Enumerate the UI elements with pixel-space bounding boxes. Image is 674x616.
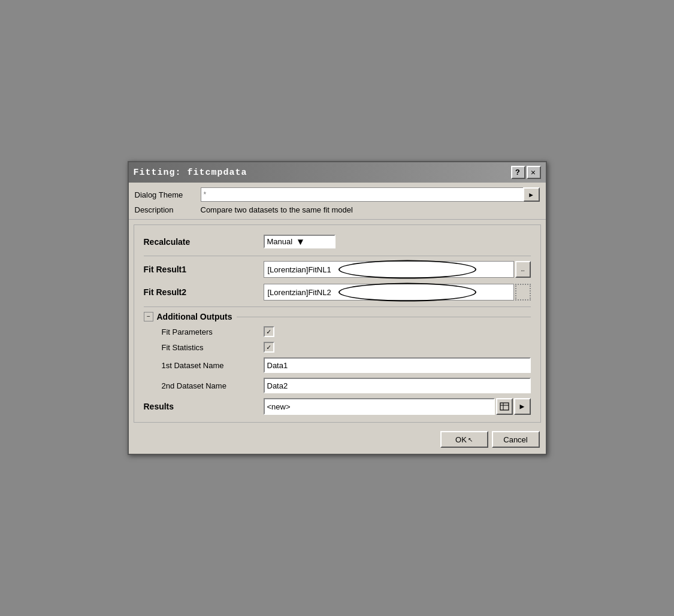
recalculate-dropdown-icon: ⯆	[297, 238, 304, 245]
fit-statistics-checkbox[interactable]: ✓	[264, 342, 274, 353]
recalculate-select[interactable]: Manual ⯆	[264, 235, 336, 248]
fit-result2-input[interactable]	[264, 284, 514, 301]
dataset2-input[interactable]	[264, 378, 531, 393]
description-row: Description Compare two datasets to the …	[135, 205, 540, 214]
close-button[interactable]: ✕	[527, 166, 541, 179]
help-button[interactable]: ?	[511, 166, 525, 179]
collapse-button[interactable]: −	[144, 312, 153, 321]
fit-result1-label: Fit Result1	[144, 265, 264, 274]
dataset2-label: 2nd Dataset Name	[162, 381, 264, 390]
fit-parameters-label: Fit Parameters	[162, 327, 264, 336]
cursor-indicator: ↖	[468, 436, 473, 443]
dialog-window: Fitting: fitcmpdata ? ✕ Dialog Theme ▶ D…	[128, 161, 547, 455]
ok-button[interactable]: OK ↖	[440, 431, 488, 448]
fit-statistics-row: Fit Statistics ✓	[144, 342, 531, 353]
fit-parameters-check: ✓	[267, 327, 271, 336]
dataset1-row: 1st Dataset Name	[144, 357, 531, 373]
dialog-theme-row: Dialog Theme ▶	[135, 187, 540, 202]
dialog-theme-arrow-button[interactable]: ▶	[523, 187, 540, 202]
fit-result1-input[interactable]	[264, 261, 514, 278]
additional-outputs-label: Additional Outputs	[157, 312, 232, 321]
results-arrow-button[interactable]: ▶	[514, 398, 531, 415]
description-text: Compare two datasets to the same fit mod…	[201, 205, 353, 214]
header-area: Dialog Theme ▶ Description Compare two d…	[129, 183, 546, 220]
dataset1-label: 1st Dataset Name	[162, 361, 264, 370]
results-browse-button[interactable]	[496, 398, 513, 415]
title-bar-buttons: ? ✕	[511, 166, 541, 179]
fit-statistics-check: ✓	[267, 343, 271, 352]
fit-result2-label: Fit Result2	[144, 287, 264, 297]
fit-result2-wrapper	[264, 284, 514, 301]
fit-result1-browse-button[interactable]: …	[515, 261, 531, 278]
divider-1	[144, 256, 531, 256]
results-label: Results	[144, 402, 264, 411]
additional-outputs-header: − Additional Outputs	[144, 312, 531, 321]
svg-rect-0	[500, 403, 509, 410]
main-panel: Recalculate Manual ⯆ Fit Result1 … Fit R…	[134, 224, 541, 423]
recalculate-label: Recalculate	[144, 237, 264, 247]
footer: OK ↖ Cancel	[129, 427, 546, 454]
fit-statistics-label: Fit Statistics	[162, 343, 264, 352]
window-title: Fitting: fitcmpdata	[134, 168, 247, 178]
fit-result2-row: Fit Result2	[144, 284, 531, 301]
dialog-theme-label: Dialog Theme	[135, 190, 201, 199]
table-icon	[500, 402, 509, 411]
divider-2	[144, 307, 531, 307]
dataset1-input[interactable]	[264, 357, 531, 373]
dialog-theme-input[interactable]	[201, 187, 523, 202]
title-bar: Fitting: fitcmpdata ? ✕	[129, 162, 546, 183]
description-label: Description	[135, 205, 201, 214]
additional-outputs-line	[237, 317, 530, 317]
dataset2-row: 2nd Dataset Name	[144, 378, 531, 393]
fit-parameters-checkbox[interactable]: ✓	[264, 326, 274, 337]
fit-parameters-row: Fit Parameters ✓	[144, 326, 531, 337]
recalculate-row: Recalculate Manual ⯆	[144, 235, 531, 248]
recalculate-value: Manual	[267, 237, 293, 246]
fit-result1-row: Fit Result1 …	[144, 261, 531, 278]
results-row: Results ▶	[144, 398, 531, 415]
fit-result1-wrapper	[264, 261, 514, 278]
results-input[interactable]	[264, 398, 495, 415]
cancel-button[interactable]: Cancel	[492, 431, 540, 448]
fit-result2-browse-button[interactable]	[515, 284, 531, 301]
